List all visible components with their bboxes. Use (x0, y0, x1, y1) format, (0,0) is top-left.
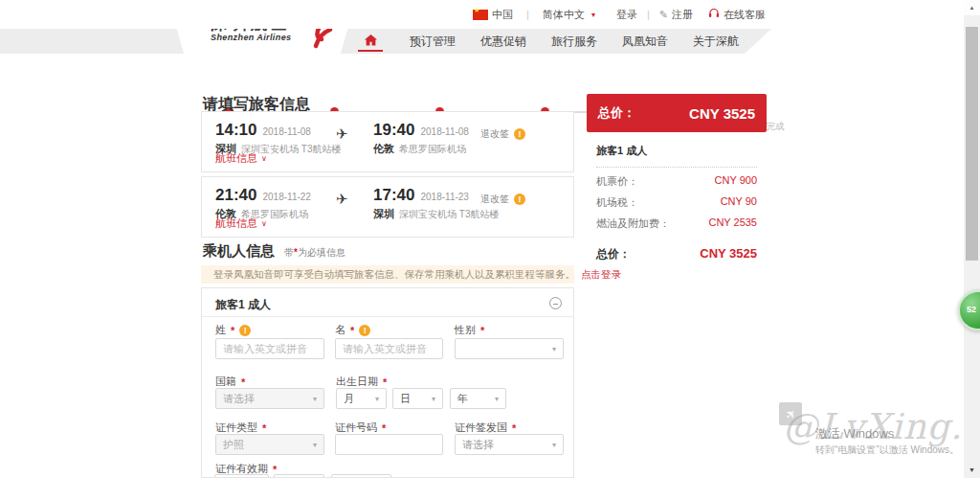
refund-label: 退改签 (480, 127, 509, 141)
login-link[interactable]: 登录 (616, 8, 637, 22)
caret-down-icon: ▾ (591, 11, 595, 19)
login-notice-banner: 登录凤凰知音即可享受自动填写旅客信息、保存常用乘机人以及累积里程等服务。 点击登… (201, 265, 574, 284)
nav-item-travel-services[interactable]: 旅行服务 (551, 34, 597, 50)
total-price-label: 总价： (598, 104, 635, 122)
birth-month-value: 月 (344, 392, 354, 406)
arrival-time: 17:40 (373, 186, 414, 205)
click-login-link[interactable]: 点击登录 (581, 268, 621, 280)
info-icon: ! (514, 193, 525, 205)
pencil-icon: ✎ (659, 9, 668, 21)
arrival-city: 深圳 (373, 207, 394, 221)
notice-text: 登录凤凰知音即可享受自动填写旅客信息、保存常用乘机人以及累积里程等服务。 (213, 268, 575, 280)
arrival-city: 伦敦 (373, 142, 394, 156)
arrival-date: 2018-11-23 (420, 192, 468, 202)
nationality-select[interactable]: 请选择▾ (215, 388, 324, 409)
china-flag-icon: ★ (473, 10, 488, 20)
scrollbar-up-arrow[interactable]: ▲ (964, 0, 980, 15)
departure-date: 2018-11-08 (262, 126, 310, 137)
scrollbar-down-arrow[interactable]: ▼ (964, 463, 980, 478)
birth-day-value: 日 (400, 392, 411, 406)
passenger-card-title: 旅客1 成人 (215, 297, 271, 313)
idtype-value: 护照 (223, 438, 244, 452)
brand-name-en: Shenzhen Airlines (211, 33, 291, 42)
caret-down-icon: ▾ (313, 395, 317, 403)
nav-item-about[interactable]: 关于深航 (693, 34, 739, 50)
nationality-label: 国籍* (215, 375, 245, 389)
back-to-top-plane-button[interactable]: ✈ (779, 402, 802, 425)
price-row-fare: 机票价：CNY 900 (596, 174, 757, 189)
nav-active-underline (358, 50, 383, 52)
language-label: 简体中文 (543, 8, 585, 22)
birth-day-select[interactable]: 日▾ (392, 388, 443, 409)
info-icon: ! (514, 128, 525, 140)
info-icon[interactable]: ! (359, 325, 370, 336)
birth-year-select[interactable]: 年▾ (450, 388, 506, 409)
departure-time: 14:10 (215, 121, 256, 140)
region-language-selector[interactable]: ★ 中国 | 简体中文 ▾ (473, 8, 595, 22)
info-icon[interactable]: ! (239, 325, 251, 336)
nationality-value: 请选择 (223, 392, 255, 406)
arrival-airport: 深圳宝安机场 T3航站楼 (399, 208, 499, 221)
issuing-country-label: 证件签发国* (455, 421, 516, 435)
login-label: 登录 (616, 8, 637, 22)
passenger-form-card: 旅客1 成人 姓*! 名*! 性别* ▾ 国籍* 出生日期* 请选择▾ 月▾ 日… (201, 287, 574, 478)
refund-policy-link[interactable]: 退改签 ! (480, 127, 525, 141)
arrival-info: 19:402018-11-08 伦敦希思罗国际机场 (373, 121, 469, 156)
arrival-airport: 希思罗国际机场 (399, 143, 466, 156)
floating-service-badge[interactable]: 52 (958, 290, 980, 330)
badge-text: 52 (967, 305, 976, 314)
issuing-country-select[interactable]: 请选择▾ (455, 434, 564, 455)
register-label: 注册 (672, 8, 693, 22)
flight-card-outbound: 14:102018-11-08 深圳深圳宝安机场 T3航站楼 ✈ 19:4020… (201, 111, 574, 172)
flag-star-icon: ★ (474, 7, 479, 14)
collapse-icon[interactable] (549, 297, 562, 309)
plane-icon: ✈ (782, 405, 799, 422)
validity-day-select[interactable] (274, 474, 324, 478)
register-link[interactable]: ✎ 注册 (659, 8, 693, 22)
givenname-input[interactable] (335, 338, 443, 359)
chevron-down-icon: ∨ (261, 219, 267, 228)
plane-icon: ✈ (336, 125, 348, 143)
price-group-title: 旅客1 成人 (596, 144, 757, 168)
shenzhen-airlines-booking-page: ★ 中国 | 简体中文 ▾ 登录 | ✎ 注册 在线客服 深圳航空 Shenzh… (0, 0, 980, 478)
chevron-down-icon: ∨ (261, 154, 267, 163)
vertical-scrollbar[interactable]: ▲ ▼ (964, 0, 980, 478)
nav-item-promotions[interactable]: 优惠促销 (480, 34, 526, 50)
birth-month-select[interactable]: 月▾ (336, 388, 387, 409)
birthdate-label: 出生日期* (336, 375, 387, 389)
price-breakdown-panel: 旅客1 成人 机票价：CNY 900 机场税：CNY 90 燃油及附加费：CNY… (587, 132, 767, 262)
total-price-banner: 总价： CNY 3525 (587, 94, 767, 132)
gender-select[interactable]: ▾ (455, 338, 564, 359)
caret-down-icon: ▾ (495, 395, 499, 403)
nav-item-booking[interactable]: 预订管理 (410, 34, 456, 50)
idnumber-input[interactable] (335, 434, 443, 455)
flight-card-return: 21:402018-11-22 伦敦希思罗国际机场 ✈ 17:402018-11… (201, 176, 574, 238)
validity-year-select[interactable] (331, 474, 391, 478)
givenname-label: 名*! (335, 323, 370, 337)
caret-down-icon: ▾ (552, 345, 556, 353)
idnumber-label: 证件号码* (335, 421, 386, 435)
required-note: 带*为必填信息 (284, 246, 345, 260)
flight-detail-label: 航班信息 (215, 216, 257, 231)
booking-progress-steps: 1航班查询 2航班选择 3航班概况 4旅客信息 5支付订单 6支付完成 (0, 54, 980, 84)
price-sum-row: 总价：CNY 3525 (596, 246, 757, 262)
flight-detail-link[interactable]: 航班信息 ∨ (215, 151, 267, 166)
total-price-value: CNY 3525 (689, 105, 755, 122)
issuing-country-value: 请选择 (462, 438, 494, 452)
refund-policy-link[interactable]: 退改签 ! (480, 193, 525, 206)
nav-home[interactable] (356, 29, 385, 54)
flight-detail-link[interactable]: 航班信息 ∨ (215, 216, 267, 231)
online-service-link[interactable]: 在线客服 (708, 8, 766, 22)
activate-windows-subtext: 转到“电脑设置”以激活 Windows。 (815, 444, 959, 457)
passenger-section-header: 乘机人信息 带*为必填信息 (203, 242, 345, 261)
passenger-section-title: 乘机人信息 (203, 242, 275, 261)
idtype-select[interactable]: 护照▾ (215, 434, 324, 455)
surname-input[interactable] (215, 338, 324, 359)
gender-label: 性别* (455, 323, 484, 337)
scrollbar-thumb[interactable] (966, 27, 978, 261)
region-label: 中国 (492, 8, 513, 22)
flight-detail-label: 航班信息 (215, 151, 257, 166)
online-service-label: 在线客服 (724, 8, 766, 22)
nav-item-frequent-flyer[interactable]: 凤凰知音 (622, 34, 668, 50)
validity-month-select[interactable] (214, 474, 269, 478)
